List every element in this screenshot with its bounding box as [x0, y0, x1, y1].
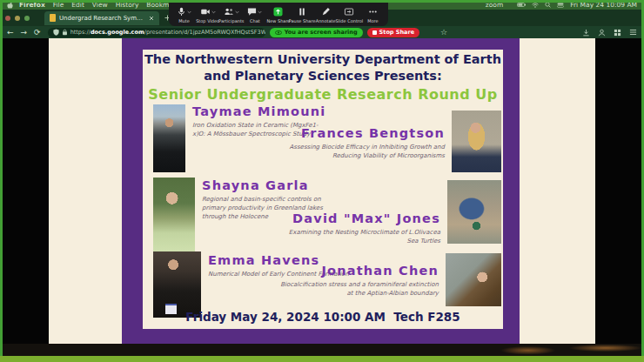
- zoom-meeting-toolbar: Mute Stop Video Participants Chat New Sh…: [169, 3, 388, 26]
- window-zoom-button[interactable]: [24, 16, 30, 21]
- search-icon[interactable]: [545, 2, 551, 8]
- ellipsis-icon: [368, 7, 378, 17]
- photo-david-max-jones: [447, 180, 501, 244]
- account-icon[interactable]: [598, 29, 606, 37]
- reload-icon[interactable]: ⟳: [34, 29, 41, 37]
- presenter-frances-bengtson: Frances Bengtson Assessing Biocide Effic…: [282, 111, 501, 172]
- tab-undergrad-research-symposium[interactable]: Undergrad Research Sympos...: [44, 11, 159, 25]
- wifi-icon: [532, 3, 539, 8]
- photo-frances-bengtson: [452, 111, 501, 172]
- photo-jonathan-chen: [446, 253, 501, 306]
- participants-button[interactable]: Participants: [219, 4, 243, 25]
- pause-share-button[interactable]: Pause Share: [291, 4, 314, 25]
- window-minimize-button[interactable]: [15, 16, 20, 21]
- url-bar[interactable]: https://docs.google.com/presentation/d/1…: [48, 28, 265, 37]
- presenter-david-max-jones: David "Max" Jones Examining the Nesting …: [278, 180, 501, 245]
- chat-bubble-icon: [247, 7, 257, 17]
- screen: Firefox File Edit View History Bookmarks…: [0, 0, 644, 362]
- video-camera-icon: [200, 7, 211, 17]
- tab-title: Undergrad Research Sympos...: [59, 15, 145, 22]
- presenter-name: Jonathan Chen: [321, 264, 439, 278]
- desktop-wallpaper-strip: [0, 344, 644, 356]
- presenter-name: David "Max" Jones: [292, 211, 440, 225]
- slide-title-line2: and Planetary Sciences Presents:: [143, 69, 503, 83]
- slide-subtitle: Senior Undergraduate Research Round Up: [143, 86, 503, 103]
- photo-emma-havens: [153, 251, 201, 318]
- stop-share-button[interactable]: Stop Share: [367, 28, 419, 37]
- chevron-down-icon[interactable]: [235, 10, 239, 14]
- forward-icon[interactable]: →: [21, 29, 28, 37]
- presenter-topic: Examining the Nesting Microclimate of L.…: [284, 228, 440, 245]
- presenter-topic: Assessing Biocide Efficacy in Inhibiting…: [284, 143, 445, 160]
- tab-close-icon[interactable]: [149, 16, 154, 21]
- share-screen-icon: [273, 7, 283, 17]
- chevron-down-icon[interactable]: [187, 10, 191, 14]
- new-share-button[interactable]: New Share: [266, 4, 290, 25]
- slide-control-icon: [344, 7, 354, 17]
- presenter-topic: Biocalcification stress and a foraminife…: [273, 280, 439, 298]
- presenter-jonathan-chen: Jonathan Chen Biocalcification stress an…: [275, 253, 501, 306]
- chevron-down-icon[interactable]: [211, 10, 216, 14]
- shared-screen-area: The Northwestern University Department o…: [0, 38, 644, 344]
- screen-share-border: [0, 356, 644, 362]
- chat-button[interactable]: Chat: [243, 4, 266, 25]
- screen-share-border: [0, 0, 644, 3]
- eye-icon: [275, 30, 282, 35]
- application-menu-icon[interactable]: [629, 29, 637, 36]
- downloads-icon[interactable]: [582, 29, 590, 37]
- url-text: https://docs.google.com/presentation/d/1…: [70, 29, 265, 36]
- pencil-icon: [321, 7, 331, 17]
- presentation-slide: The Northwestern University Department o…: [49, 38, 595, 344]
- control-center-icon[interactable]: [557, 3, 564, 8]
- google-slides-favicon: [50, 14, 56, 22]
- screen-sharing-banner: You are screen sharing: [270, 28, 363, 37]
- participants-icon: [224, 7, 234, 17]
- annotate-button[interactable]: Annotate: [314, 4, 338, 25]
- pause-icon: [298, 7, 306, 17]
- photo-shayna-garla: [153, 178, 195, 251]
- extensions-icon[interactable]: [614, 29, 621, 37]
- lock-icon[interactable]: [62, 29, 68, 36]
- photo-taymae-mimouni: [153, 104, 185, 172]
- window-close-button[interactable]: [5, 16, 10, 21]
- slide-control-button[interactable]: Slide Control: [338, 4, 361, 25]
- stop-icon: [372, 30, 377, 35]
- mute-button[interactable]: Mute: [172, 4, 196, 25]
- presenter-name: Frances Bengtson: [301, 126, 445, 140]
- battery-icon: [517, 3, 526, 7]
- slide-footer-date-location: Friday May 24, 2024 10:00 AM Tech F285: [143, 310, 503, 324]
- slide-title-line1: The Northwestern University Department o…: [143, 52, 503, 66]
- browser-navigation-bar: ← → ⟳ https://docs.google.com/presentati…: [0, 26, 644, 38]
- more-button[interactable]: More: [361, 4, 385, 25]
- microphone-icon: [177, 7, 186, 17]
- slide-purple-frame: The Northwestern University Department o…: [122, 38, 520, 344]
- stop-video-button[interactable]: Stop Video: [196, 4, 219, 25]
- shield-icon[interactable]: [53, 29, 59, 36]
- back-icon[interactable]: ←: [7, 29, 14, 37]
- bookmark-star-icon[interactable]: ☆: [440, 28, 447, 37]
- chevron-down-icon[interactable]: [258, 10, 262, 14]
- screen-share-border: [0, 0, 3, 362]
